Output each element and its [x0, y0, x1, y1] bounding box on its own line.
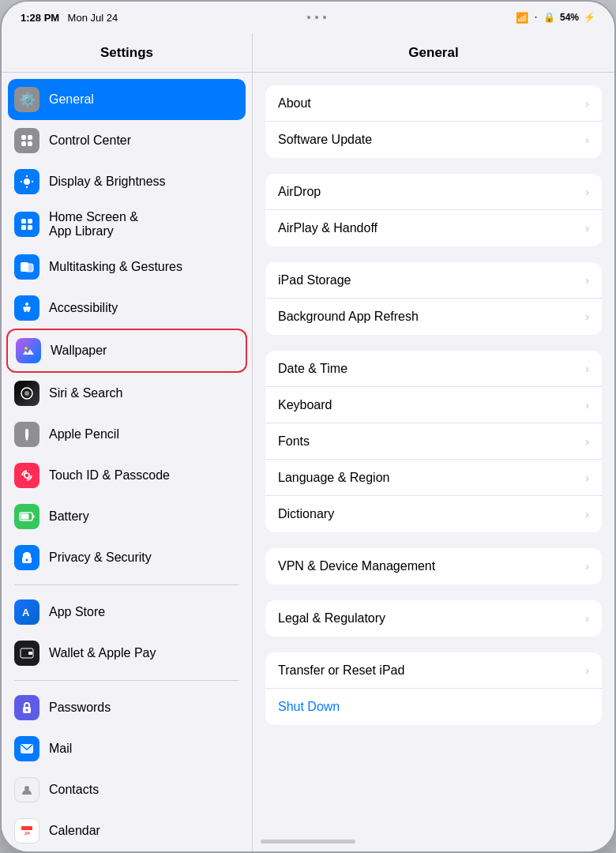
vpn-chevron: ›	[585, 560, 589, 573]
battery-icon	[14, 504, 39, 529]
status-date: Mon Jul 24	[68, 12, 118, 24]
location-icon: ⬝	[533, 12, 539, 23]
svg-rect-2	[21, 141, 26, 146]
sidebar-item-wallet[interactable]: Wallet & Apple Pay	[2, 633, 252, 674]
software-update-chevron: ›	[585, 133, 589, 146]
sidebar-section-2: A App Store Wallet & App	[2, 592, 252, 674]
home-screen-icon	[14, 212, 39, 237]
svg-rect-29	[28, 652, 32, 655]
sidebar-item-display[interactable]: Display & Brightness	[2, 161, 252, 202]
ipad-frame: 1:28 PM Mon Jul 24 📶 ⬝ 🔒 54% ⚡ Settings …	[0, 0, 616, 853]
svg-point-31	[26, 709, 28, 712]
date-time-label: Date & Time	[278, 362, 347, 376]
sidebar-item-battery[interactable]: Battery	[2, 496, 252, 537]
control-center-label: Control Center	[49, 133, 131, 148]
right-panel: About › Software Update › AirDrop ›	[253, 73, 614, 851]
settings-row-shut-down[interactable]: Shut Down	[265, 689, 602, 725]
sidebar-item-app-store[interactable]: A App Store	[2, 592, 252, 633]
apple-pencil-icon	[14, 422, 39, 447]
battery-percent: 54%	[560, 12, 579, 23]
settings-row-dictionary[interactable]: Dictionary ›	[265, 496, 602, 532]
vpn-label: VPN & Device Management	[278, 559, 435, 573]
passwords-label: Passwords	[49, 701, 111, 715]
svg-rect-1	[28, 135, 32, 140]
ipad-storage-chevron: ›	[585, 274, 589, 287]
contacts-icon	[14, 777, 39, 802]
settings-row-date-time[interactable]: Date & Time ›	[265, 351, 602, 387]
bg-refresh-label: Background App Refresh	[278, 310, 419, 324]
general-header: General	[253, 33, 614, 72]
settings-row-ipad-storage[interactable]: iPad Storage ›	[265, 262, 602, 299]
wallpaper-label: Wallpaper	[51, 344, 107, 358]
ipad-storage-label: iPad Storage	[278, 273, 351, 287]
svg-rect-37	[21, 829, 32, 830]
touch-id-label: Touch ID & Passcode	[49, 468, 170, 483]
settings-row-vpn[interactable]: VPN & Device Management ›	[265, 548, 602, 584]
svg-rect-0	[21, 135, 26, 140]
sidebar-item-apple-pencil[interactable]: Apple Pencil	[2, 414, 252, 455]
apple-pencil-label: Apple Pencil	[49, 427, 119, 442]
settings-row-keyboard[interactable]: Keyboard ›	[265, 387, 602, 423]
airdrop-chevron: ›	[585, 186, 589, 198]
sidebar-item-siri[interactable]: Siri & Search	[2, 373, 252, 414]
svg-rect-11	[21, 225, 26, 230]
privacy-label: Privacy & Security	[49, 551, 152, 565]
mail-label: Mail	[49, 742, 72, 756]
svg-rect-12	[28, 225, 32, 230]
about-label: About	[278, 96, 311, 111]
language-region-label: Language & Region	[278, 471, 389, 485]
sidebar-divider-2	[14, 680, 239, 681]
sidebar-item-calendar[interactable]: 24 Calendar	[2, 810, 252, 851]
svg-text:A: A	[22, 607, 30, 618]
settings-row-airplay[interactable]: AirPlay & Handoff ›	[265, 210, 602, 246]
date-time-chevron: ›	[585, 363, 589, 375]
siri-label: Siri & Search	[49, 386, 122, 400]
sidebar-item-touch-id[interactable]: Touch ID & Passcode	[2, 455, 252, 496]
calendar-label: Calendar	[49, 824, 100, 838]
sidebar-section-1: ⚙️ General	[2, 79, 252, 578]
general-title: General	[408, 45, 458, 61]
svg-point-26	[26, 559, 28, 562]
dot-1	[307, 16, 310, 19]
sidebar-item-mail[interactable]: Mail	[2, 728, 252, 769]
settings-row-legal[interactable]: Legal & Regulatory ›	[265, 600, 602, 637]
dot-2	[315, 16, 318, 19]
sidebar-section-3: Passwords Mail	[2, 687, 252, 851]
sidebar-item-home-screen[interactable]: Home Screen &App Library	[2, 202, 252, 246]
settings-group-1: About › Software Update ›	[265, 85, 602, 158]
svg-point-4	[24, 178, 30, 185]
sidebar-item-control-center[interactable]: Control Center	[2, 120, 252, 161]
language-region-chevron: ›	[585, 472, 589, 484]
status-time-date: 1:28 PM Mon Jul 24	[21, 10, 118, 24]
main-content: Settings General ⚙️ General	[2, 33, 614, 851]
passwords-icon	[14, 695, 39, 720]
svg-rect-3	[28, 141, 32, 146]
dictionary-chevron: ›	[585, 508, 589, 520]
settings-row-about[interactable]: About ›	[265, 85, 602, 122]
settings-row-transfer-reset[interactable]: Transfer or Reset iPad ›	[265, 652, 602, 689]
sidebar-item-accessibility[interactable]: Accessibility	[2, 287, 252, 329]
fonts-label: Fonts	[278, 434, 310, 449]
app-store-icon: A	[14, 599, 39, 625]
svg-marker-20	[25, 438, 28, 441]
svg-rect-19	[25, 429, 28, 438]
settings-row-bg-refresh[interactable]: Background App Refresh ›	[265, 299, 602, 335]
sidebar-item-passwords[interactable]: Passwords	[2, 687, 252, 728]
settings-row-fonts[interactable]: Fonts ›	[265, 423, 602, 460]
airplay-label: AirPlay & Handoff	[278, 221, 377, 235]
sidebar: ⚙️ General	[2, 73, 253, 851]
legal-label: Legal & Regulatory	[278, 611, 385, 626]
status-center-dots	[307, 16, 326, 19]
display-label: Display & Brightness	[49, 175, 166, 189]
sidebar-item-multitasking[interactable]: Multitasking & Gestures	[2, 246, 252, 287]
settings-row-airdrop[interactable]: AirDrop ›	[265, 174, 602, 210]
sidebar-item-contacts[interactable]: Contacts	[2, 769, 252, 810]
settings-row-software-update[interactable]: Software Update ›	[265, 122, 602, 158]
sidebar-item-privacy[interactable]: Privacy & Security	[2, 537, 252, 578]
sidebar-item-general[interactable]: ⚙️ General	[8, 79, 246, 120]
svg-point-21	[24, 473, 29, 478]
svg-rect-23	[21, 514, 29, 520]
settings-row-language-region[interactable]: Language & Region ›	[265, 460, 602, 496]
sidebar-item-wallpaper[interactable]: Wallpaper	[6, 329, 247, 373]
settings-group-2: AirDrop › AirPlay & Handoff ›	[265, 174, 602, 246]
